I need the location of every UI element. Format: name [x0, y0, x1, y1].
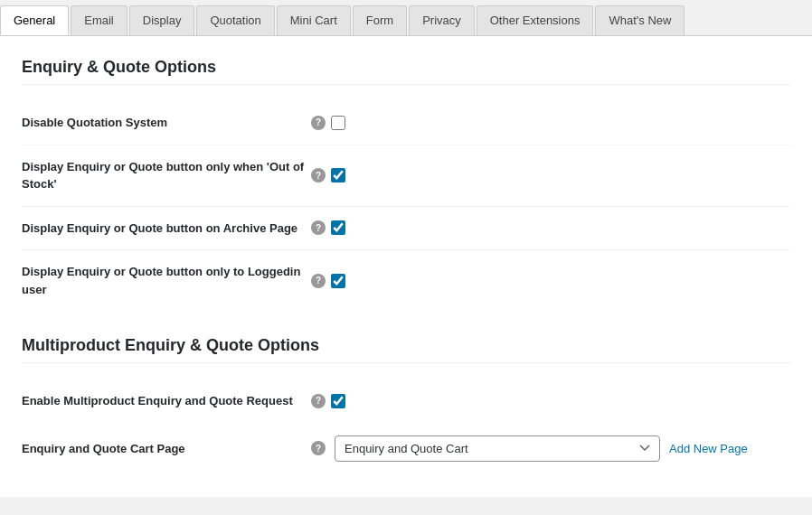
section-title-main: Enquiry & Quote Options — [22, 58, 790, 85]
option-row-enable-multiproduct: Enable Multiproduct Enquiry and Quote Re… — [22, 379, 790, 423]
option-row-display-out-of-stock: Display Enquiry or Quote button only whe… — [22, 145, 790, 207]
help-icon-display-archive[interactable]: ? — [311, 220, 326, 235]
tab-privacy[interactable]: Privacy — [409, 5, 475, 35]
tab-email[interactable]: Email — [71, 5, 127, 35]
tabs-container: GeneralEmailDisplayQuotationMini CartFor… — [0, 0, 812, 36]
option-row-display-archive: Display Enquiry or Quote button on Archi… — [22, 207, 790, 251]
help-icon-enable-multiproduct[interactable]: ? — [311, 394, 326, 408]
tab-other-extensions[interactable]: Other Extensions — [477, 5, 594, 35]
option-label-enable-multiproduct: Enable Multiproduct Enquiry and Quote Re… — [22, 392, 311, 410]
options-list-multiproduct: Enable Multiproduct Enquiry and Quote Re… — [22, 379, 790, 423]
section-title-multiproduct: Multiproduct Enquiry & Quote Options — [22, 336, 790, 363]
tab-quotation[interactable]: Quotation — [196, 5, 274, 35]
checkbox-display-loggedin[interactable] — [331, 274, 345, 288]
option-control-display-archive: ? — [311, 220, 345, 235]
checkbox-display-out-of-stock[interactable] — [331, 168, 345, 183]
checkbox-disable-quotation[interactable] — [331, 116, 345, 130]
help-icon-display-out-of-stock[interactable]: ? — [311, 168, 326, 183]
option-row-disable-quotation: Disable Quotation System? — [22, 101, 790, 145]
tab-mini-cart[interactable]: Mini Cart — [277, 5, 351, 35]
option-label-display-loggedin: Display Enquiry or Quote button only to … — [22, 263, 311, 298]
dropdown-label: Enquiry and Quote Cart Page — [22, 442, 311, 455]
tab-whats-new[interactable]: What's New — [595, 5, 685, 35]
options-list-main: Disable Quotation System?Display Enquiry… — [22, 101, 790, 311]
option-label-display-out-of-stock: Display Enquiry or Quote button only whe… — [22, 158, 311, 193]
tab-form[interactable]: Form — [353, 5, 407, 35]
option-control-disable-quotation: ? — [311, 116, 345, 130]
help-icon-display-loggedin[interactable]: ? — [311, 274, 326, 288]
dropdown-row: Enquiry and Quote Cart Page ? Enquiry an… — [22, 423, 790, 474]
checkbox-enable-multiproduct[interactable] — [331, 394, 345, 408]
add-new-page-link[interactable]: Add New Page — [669, 442, 748, 455]
option-row-display-loggedin: Display Enquiry or Quote button only to … — [22, 250, 790, 311]
option-label-disable-quotation: Disable Quotation System — [22, 114, 311, 132]
help-icon-disable-quotation[interactable]: ? — [311, 116, 326, 130]
option-control-enable-multiproduct: ? — [311, 394, 345, 408]
tab-general[interactable]: General — [0, 5, 69, 35]
main-content: Enquiry & Quote Options Disable Quotatio… — [0, 36, 812, 497]
enquiry-cart-select[interactable]: Enquiry and Quote Cart — [335, 435, 660, 462]
dropdown-control: ? Enquiry and Quote Cart Add New Page — [311, 435, 748, 462]
tab-display[interactable]: Display — [129, 5, 195, 35]
dropdown-help-icon[interactable]: ? — [311, 441, 326, 455]
option-control-display-out-of-stock: ? — [311, 168, 345, 183]
option-control-display-loggedin: ? — [311, 274, 345, 288]
checkbox-display-archive[interactable] — [331, 220, 345, 235]
option-label-display-archive: Display Enquiry or Quote button on Archi… — [22, 220, 311, 238]
